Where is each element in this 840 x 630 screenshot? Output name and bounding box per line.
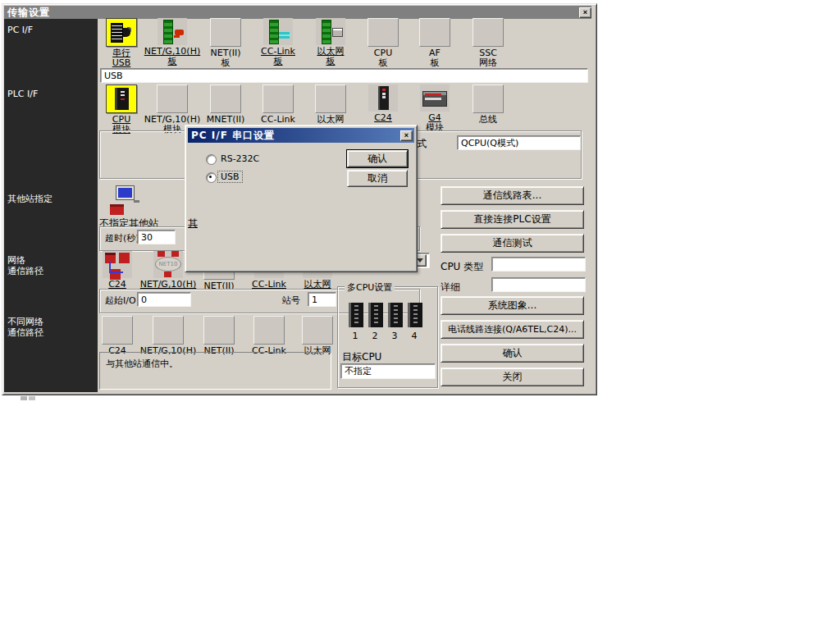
station-no-label: 站号 [282,294,300,307]
sidebar-item-pc-if: PC I/F [7,25,33,35]
window-close-icon[interactable]: × [579,7,591,18]
close-button[interactable]: 关闭 [441,368,584,386]
phone-line-connect-button[interactable]: 电话线路连接(Q/A6TEL,C24)... [441,320,584,339]
system-image-button[interactable]: 系统图象... [441,296,584,315]
blank-module-icon[interactable] [315,84,346,113]
dialog-title: PC I/F 串口设置 [191,129,400,143]
detail-field [491,277,586,292]
blank-board-icon[interactable] [472,18,504,47]
pcif-item-ssc-network[interactable]: SSC网络 [451,18,525,67]
direct-plc-connect-button[interactable]: 直接连接PLC设置 [441,210,584,229]
blank-board-icon[interactable] [210,18,241,47]
ok-button[interactable]: 确认 [441,344,584,363]
screenshot-artifact [29,396,35,400]
dialog-titlebar: PC I/F 串口设置 × [188,128,414,143]
blank-board-icon[interactable] [419,18,450,47]
comm-line-list-button[interactable]: 通信线路表... [441,186,584,205]
blank-module-icon[interactable] [157,84,188,113]
comm-test-button[interactable]: 通信测试 [441,234,584,253]
target-cpu-label: 目标CPU [342,350,381,364]
ethernet-board-icon[interactable] [316,18,345,45]
screenshot-page: 传输设置 × PC I/F PLC I/F 其他站指定 网络 通信路径 不同网络… [0,0,840,630]
cpu1-number: 1 [351,331,359,341]
serial-setup-dialog: PC I/F 串口设置 × RS-232C USB 确认 取消 [185,125,418,272]
blank-network-icon[interactable] [102,316,133,345]
dialog-close-icon[interactable]: × [400,130,413,141]
timeout-field[interactable]: 30 [137,230,176,244]
no-other-station-icon[interactable] [107,185,143,217]
status-text: 与其他站通信中。 [106,358,325,370]
rs232c-radio-label[interactable]: RS-232C [221,153,259,164]
detail-label: 详细 [441,281,460,294]
multi-cpu-groupbox: 多CPU设置 1 2 3 4 目标CPU 不指定 [337,286,438,388]
start-io-label: 起始I/O [105,294,136,307]
cpu4-number: 4 [410,331,418,341]
usb-radio-label[interactable]: USB [218,171,242,182]
sidebar-item-plc-if: PLC I/F [7,89,38,99]
c24-module-icon[interactable] [368,84,398,112]
pcif-selected-field[interactable]: USB [100,68,588,83]
start-io-field[interactable]: 0 [137,292,191,307]
net10-network-icon[interactable] [153,251,183,278]
cpu3-number: 3 [390,331,399,341]
blank-network-icon[interactable] [203,316,235,345]
plcif-item-bus[interactable]: 总线 [451,84,525,125]
cpu1-icon[interactable] [349,303,363,327]
blank-network-icon[interactable] [302,316,333,345]
cpu2-icon[interactable] [368,303,383,327]
sidebar-item-diff-network: 不同网络 通信路径 [7,317,43,338]
network-board-icon[interactable] [158,18,187,45]
cpu3-icon[interactable] [388,303,403,327]
cclink-board-icon[interactable] [263,18,293,45]
dialog-cancel-button[interactable]: 取消 [347,170,408,187]
cpu2-number: 2 [371,331,379,341]
mode-value-field: QCPU(Q模式) [457,135,581,150]
rs232c-radio[interactable] [206,154,217,165]
sidebar-item-other-station: 其他站指定 [7,194,52,204]
g4-module-icon[interactable] [420,84,450,112]
dialog-ok-button[interactable]: 确认 [347,150,408,167]
blank-module-icon[interactable] [472,84,504,113]
station-no-field[interactable]: 1 [308,292,336,307]
cpu-type-field [491,257,586,272]
sidebar-item-network-route: 网络 通信路径 [7,255,43,276]
c24-network-icon[interactable] [103,251,132,278]
blank-board-icon[interactable] [368,18,399,47]
blank-module-icon[interactable] [262,84,294,113]
screenshot-artifact [21,396,27,400]
status-box: 与其他站通信中。 [99,352,331,390]
target-cpu-field[interactable]: 不指定 [340,363,436,379]
cpu4-icon[interactable] [408,303,422,327]
window-title: 传输设置 [4,6,579,20]
window-titlebar: 传输设置 × [4,6,591,19]
timeout-label: 超时(秒) [105,232,139,244]
cpu-module-icon[interactable] [106,84,137,113]
blank-network-icon[interactable] [153,316,184,345]
multi-cpu-title: 多CPU设置 [345,281,395,294]
serial-usb-icon[interactable] [106,18,137,47]
blank-module-icon[interactable] [210,84,241,113]
cpu-type-label: CPU 类型 [441,260,483,274]
usb-radio[interactable] [206,172,217,183]
repaint-artifact-label: 其 [188,217,198,231]
